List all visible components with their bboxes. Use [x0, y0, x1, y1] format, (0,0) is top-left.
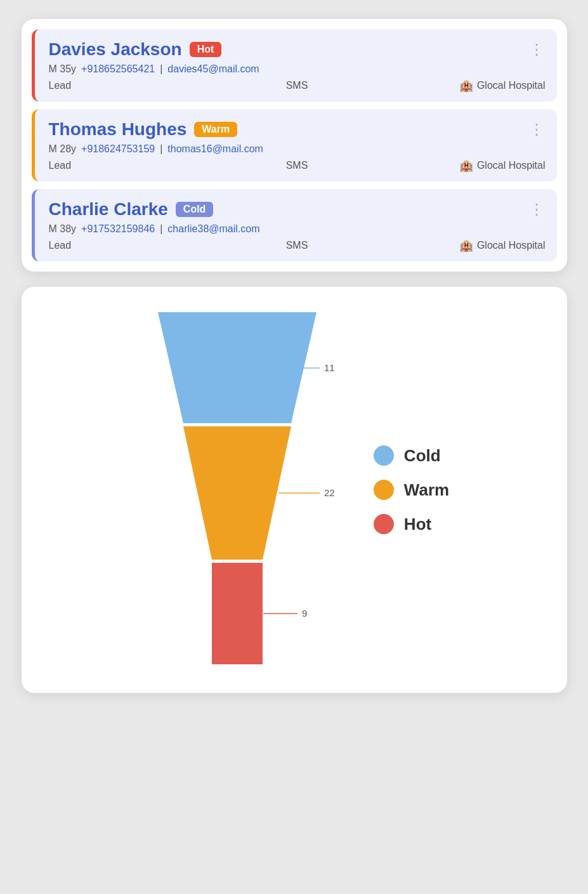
more-options-davies-jackson[interactable]: ⋮ — [529, 42, 546, 57]
card-header-charlie-clarke: Charlie Clarke Cold ⋮ — [49, 199, 546, 220]
chart-panel: 11 22 9 Cold Warm Hot — [22, 287, 567, 693]
legend-warm: Warm — [374, 480, 449, 500]
hospital-charlie-clarke: 🏨 Glocal Hospital — [380, 239, 546, 253]
hospital-icon-thomas-hughes: 🏨 — [459, 159, 473, 173]
card-footer-charlie-clarke: Lead SMS 🏨 Glocal Hospital — [49, 239, 546, 253]
card-contact-info-charlie-clarke: M 38y +917532159846 | charlie38@mail.com — [49, 223, 546, 235]
status-badge-charlie-clarke: Cold — [176, 202, 214, 217]
legend-hot: Hot — [374, 514, 449, 534]
contact-name-thomas-hughes: Thomas Hughes — [49, 119, 187, 140]
email-thomas-hughes[interactable]: thomas16@mail.com — [167, 143, 263, 155]
hospital-icon-charlie-clarke: 🏨 — [459, 239, 473, 253]
contact-card-thomas-hughes: Thomas Hughes Warm ⋮ M 28y +918624753159… — [32, 109, 557, 181]
hot-value-label: 9 — [302, 608, 307, 619]
warm-legend-dot — [374, 480, 394, 500]
cold-value-label: 11 — [324, 362, 335, 373]
legend-cold: Cold — [374, 445, 449, 466]
card-contact-info-thomas-hughes: M 28y +918624753159 | thomas16@mail.com — [49, 143, 546, 155]
more-options-thomas-hughes[interactable]: ⋮ — [529, 122, 546, 137]
card-contact-info-davies-jackson: M 35y +918652565421 | davies45@mail.com — [49, 63, 546, 75]
hospital-icon-davies-jackson: 🏨 — [459, 79, 473, 93]
contact-name-charlie-clarke: Charlie Clarke — [49, 199, 168, 220]
contact-type-thomas-hughes: Lead — [49, 160, 214, 171]
hot-legend-dot — [374, 514, 394, 534]
warm-segment — [183, 426, 291, 560]
contact-card-charlie-clarke: Charlie Clarke Cold ⋮ M 38y +91753215984… — [32, 189, 557, 261]
contacts-panel: Davies Jackson Hot ⋮ M 35y +918652565421… — [22, 19, 567, 272]
cold-legend-label: Cold — [404, 446, 441, 466]
more-options-charlie-clarke[interactable]: ⋮ — [529, 202, 546, 217]
contact-card-davies-jackson: Davies Jackson Hot ⋮ M 35y +918652565421… — [32, 29, 557, 102]
warm-value-label: 22 — [324, 487, 335, 498]
card-footer-thomas-hughes: Lead SMS 🏨 Glocal Hospital — [49, 159, 546, 173]
chart-legend: Cold Warm Hot — [374, 445, 449, 534]
email-davies-jackson[interactable]: davies45@mail.com — [167, 63, 259, 75]
phone-charlie-clarke[interactable]: +917532159846 — [81, 223, 155, 235]
gender-age-thomas-hughes: M 28y — [49, 143, 77, 155]
channel-davies-jackson: SMS — [214, 80, 380, 91]
card-header-thomas-hughes: Thomas Hughes Warm ⋮ — [49, 119, 546, 140]
contact-type-charlie-clarke: Lead — [49, 240, 214, 251]
gender-age-charlie-clarke: M 38y — [49, 223, 77, 235]
email-charlie-clarke[interactable]: charlie38@mail.com — [167, 223, 259, 235]
channel-thomas-hughes: SMS — [214, 160, 380, 171]
phone-davies-jackson[interactable]: +918652565421 — [81, 63, 155, 75]
gender-age-davies-jackson: M 35y — [49, 63, 77, 75]
hot-segment — [212, 563, 263, 664]
card-name-row: Thomas Hughes Warm — [49, 119, 238, 140]
phone-thomas-hughes[interactable]: +918624753159 — [81, 143, 155, 155]
status-badge-davies-jackson: Hot — [190, 42, 222, 57]
cold-legend-dot — [374, 445, 394, 466]
warm-legend-label: Warm — [404, 480, 449, 500]
hospital-thomas-hughes: 🏨 Glocal Hospital — [380, 159, 546, 173]
card-name-row: Davies Jackson Hot — [49, 39, 222, 60]
contact-name-davies-jackson: Davies Jackson — [49, 39, 182, 60]
card-header-davies-jackson: Davies Jackson Hot ⋮ — [49, 39, 546, 60]
hospital-davies-jackson: 🏨 Glocal Hospital — [380, 79, 546, 93]
card-footer-davies-jackson: Lead SMS 🏨 Glocal Hospital — [49, 79, 546, 93]
card-name-row: Charlie Clarke Cold — [49, 199, 214, 220]
status-badge-thomas-hughes: Warm — [194, 122, 237, 137]
hot-legend-label: Hot — [404, 515, 431, 534]
contact-type-davies-jackson: Lead — [49, 80, 214, 91]
channel-charlie-clarke: SMS — [214, 240, 380, 251]
funnel-chart: 11 22 9 — [139, 312, 336, 667]
